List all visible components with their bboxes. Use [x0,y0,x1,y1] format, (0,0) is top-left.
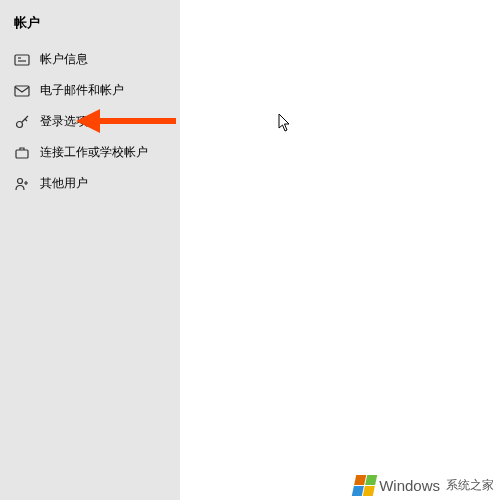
sidebar-item-label: 电子邮件和帐户 [40,82,166,99]
sidebar-item-email-accounts[interactable]: 电子邮件和帐户 [0,75,180,106]
key-icon [14,114,30,130]
sidebar-item-account-info[interactable]: 帐户信息 [0,44,180,75]
svg-rect-5 [16,150,28,158]
id-card-icon [14,52,30,68]
sidebar-item-label: 帐户信息 [40,51,166,68]
svg-point-4 [17,121,23,127]
briefcase-icon [14,145,30,161]
sidebar-item-label: 其他用户 [40,175,166,192]
settings-sidebar: 帐户 帐户信息 电子邮件和帐户 登录选项 [0,0,180,500]
content-area [180,0,500,500]
svg-rect-3 [15,86,29,96]
person-plus-icon [14,176,30,192]
sidebar-title: 帐户 [0,8,180,44]
svg-point-6 [18,178,23,183]
sidebar-item-work-school[interactable]: 连接工作或学校帐户 [0,137,180,168]
sidebar-item-other-users[interactable]: 其他用户 [0,168,180,199]
envelope-icon [14,83,30,99]
svg-rect-0 [15,55,29,65]
sidebar-item-label: 连接工作或学校帐户 [40,144,166,161]
sidebar-item-signin-options[interactable]: 登录选项 [0,106,180,137]
sidebar-item-label: 登录选项 [40,113,166,130]
